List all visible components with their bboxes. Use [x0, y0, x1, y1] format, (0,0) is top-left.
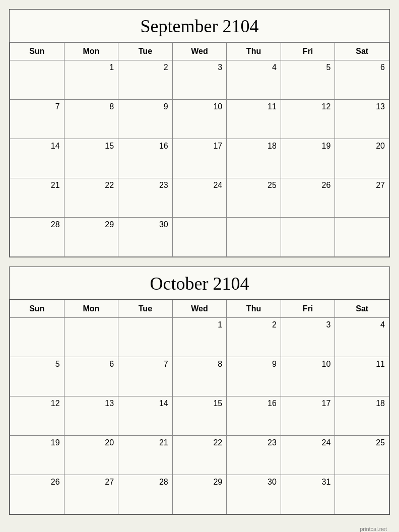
- calendar-day-cell: [335, 475, 389, 514]
- calendar-title-0: September 2104: [10, 10, 389, 42]
- calendar-day-cell: 23: [227, 436, 281, 475]
- calendar-day-cell: 15: [172, 396, 227, 436]
- calendar-day-cell: 17: [172, 139, 227, 178]
- calendar-day-cell: 25: [335, 436, 389, 475]
- calendar-day-cell: 26: [281, 178, 335, 218]
- calendar-day-cell: 16: [227, 396, 281, 436]
- calendar-day-cell: 9: [118, 100, 173, 139]
- calendar-day-cell: 13: [335, 100, 389, 139]
- table-row: 19202122232425: [10, 436, 389, 475]
- calendar-day-cell: 14: [118, 396, 173, 436]
- calendar-day-cell: 28: [118, 475, 173, 514]
- calendar-day-cell: 3: [281, 318, 335, 357]
- calendar-day-cell: 29: [64, 218, 118, 257]
- calendar-day-cell: 22: [64, 178, 118, 218]
- calendar-day-cell: [335, 218, 389, 257]
- calendar-grid-1: SunMonTueWedThuFriSat1234567891011121314…: [10, 300, 389, 514]
- calendar-day-cell: 16: [118, 139, 173, 178]
- calendar-container: September 2104SunMonTueWedThuFriSat12345…: [9, 9, 390, 532]
- calendar-october-2104: October 2104SunMonTueWedThuFriSat1234567…: [9, 267, 390, 515]
- calendar-day-cell: 27: [335, 178, 389, 218]
- calendar-day-cell: 20: [335, 139, 389, 178]
- calendar-day-cell: [172, 218, 227, 257]
- calendar-day-cell: 11: [227, 100, 281, 139]
- calendar-day-cell: 10: [281, 357, 335, 396]
- calendar-day-cell: 18: [335, 396, 389, 436]
- table-row: 14151617181920: [10, 139, 389, 178]
- calendar-day-cell: 29: [172, 475, 227, 514]
- day-header-wed: Wed: [172, 300, 227, 318]
- table-row: 12131415161718: [10, 396, 389, 436]
- day-header-fri: Fri: [281, 300, 335, 318]
- day-header-tue: Tue: [118, 43, 173, 60]
- calendar-day-cell: 3: [172, 60, 227, 100]
- calendar-day-cell: 4: [227, 60, 281, 100]
- calendar-day-cell: [10, 318, 64, 357]
- calendar-day-cell: 21: [118, 436, 173, 475]
- calendar-day-cell: 14: [10, 139, 64, 178]
- table-row: 123456: [10, 60, 389, 100]
- day-header-thu: Thu: [227, 43, 281, 60]
- calendar-day-cell: 30: [227, 475, 281, 514]
- calendar-day-cell: 22: [172, 436, 227, 475]
- calendar-day-cell: 9: [227, 357, 281, 396]
- calendar-day-cell: 2: [118, 60, 173, 100]
- watermark: printcal.net: [9, 524, 390, 532]
- table-row: 21222324252627: [10, 178, 389, 218]
- table-row: 1234: [10, 318, 389, 357]
- calendar-day-cell: 25: [227, 178, 281, 218]
- calendar-day-cell: 7: [118, 357, 173, 396]
- calendar-day-cell: 8: [172, 357, 227, 396]
- calendar-day-cell: [118, 318, 173, 357]
- calendar-title-1: October 2104: [10, 267, 389, 300]
- calendar-grid-0: SunMonTueWedThuFriSat1234567891011121314…: [10, 42, 389, 257]
- calendar-day-cell: [281, 218, 335, 257]
- calendar-day-cell: [64, 318, 118, 357]
- calendar-day-cell: 12: [281, 100, 335, 139]
- calendar-day-cell: 28: [10, 218, 64, 257]
- calendar-day-cell: 5: [10, 357, 64, 396]
- day-header-mon: Mon: [64, 43, 118, 60]
- calendar-day-cell: 17: [281, 396, 335, 436]
- calendar-day-cell: 26: [10, 475, 64, 514]
- calendar-day-cell: 13: [64, 396, 118, 436]
- calendar-day-cell: 31: [281, 475, 335, 514]
- table-row: 262728293031: [10, 475, 389, 514]
- table-row: 567891011: [10, 357, 389, 396]
- calendar-day-cell: 18: [227, 139, 281, 178]
- calendar-day-cell: 19: [10, 436, 64, 475]
- calendar-day-cell: 6: [335, 60, 389, 100]
- calendar-day-cell: 24: [281, 436, 335, 475]
- calendar-day-cell: [10, 60, 64, 100]
- calendar-day-cell: 7: [10, 100, 64, 139]
- day-header-tue: Tue: [118, 300, 173, 318]
- calendar-day-cell: [227, 218, 281, 257]
- day-header-sat: Sat: [335, 43, 389, 60]
- calendar-day-cell: 4: [335, 318, 389, 357]
- day-header-thu: Thu: [227, 300, 281, 318]
- calendar-day-cell: 20: [64, 436, 118, 475]
- calendar-september-2104: September 2104SunMonTueWedThuFriSat12345…: [9, 9, 390, 257]
- day-header-sat: Sat: [335, 300, 389, 318]
- calendar-day-cell: 19: [281, 139, 335, 178]
- calendar-day-cell: 11: [335, 357, 389, 396]
- calendar-day-cell: 1: [172, 318, 227, 357]
- calendar-day-cell: 24: [172, 178, 227, 218]
- table-row: 282930: [10, 218, 389, 257]
- calendar-day-cell: 1: [64, 60, 118, 100]
- calendar-day-cell: 15: [64, 139, 118, 178]
- calendar-day-cell: 27: [64, 475, 118, 514]
- day-header-mon: Mon: [64, 300, 118, 318]
- day-header-sun: Sun: [10, 43, 64, 60]
- calendar-day-cell: 5: [281, 60, 335, 100]
- table-row: 78910111213: [10, 100, 389, 139]
- calendar-day-cell: 12: [10, 396, 64, 436]
- calendar-day-cell: 21: [10, 178, 64, 218]
- day-header-sun: Sun: [10, 300, 64, 318]
- calendar-day-cell: 23: [118, 178, 173, 218]
- calendar-day-cell: 2: [227, 318, 281, 357]
- calendar-day-cell: 30: [118, 218, 173, 257]
- calendar-day-cell: 6: [64, 357, 118, 396]
- day-header-fri: Fri: [281, 43, 335, 60]
- calendar-day-cell: 10: [172, 100, 227, 139]
